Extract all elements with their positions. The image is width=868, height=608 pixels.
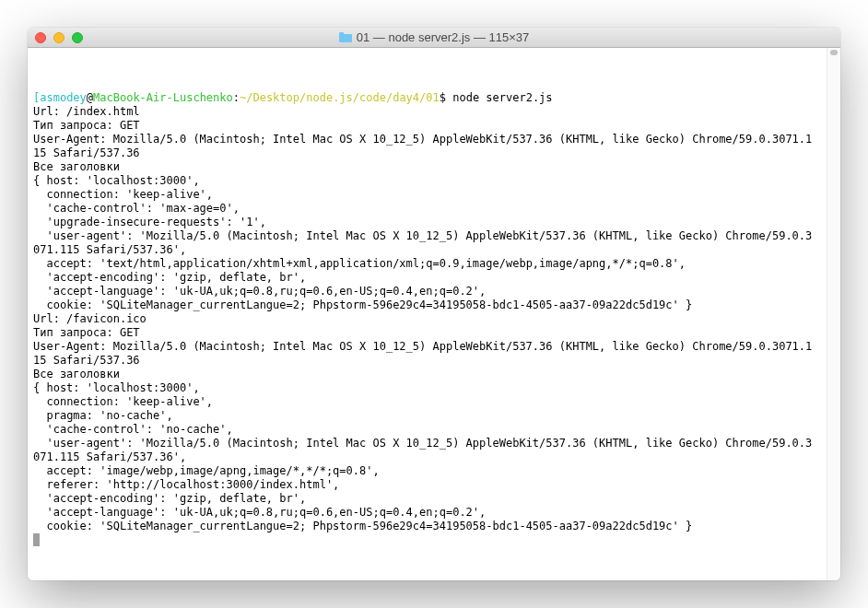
command-text: node server2.js — [452, 91, 552, 104]
output-line: cookie: 'SQLiteManager_currentLangue=2; … — [33, 520, 692, 532]
output-line: Url: /index.html — [33, 105, 140, 118]
terminal-body[interactable]: [asmodey@MacBook-Air-Luschenko:~/Desktop… — [28, 48, 840, 580]
prompt-user: asmodey — [40, 91, 87, 104]
terminal-window: 01 — node server2.js — 115×37 [asmodey@M… — [28, 28, 840, 580]
output-line: { host: 'localhost:3000', — [33, 174, 200, 187]
output-line: cookie: 'SQLiteManager_currentLangue=2; … — [33, 298, 692, 311]
output-line: Url: /favicon.ico — [33, 312, 147, 325]
output-line: 'accept-language': 'uk-UA,uk;q=0.8,ru;q=… — [33, 285, 486, 298]
minimize-button[interactable] — [53, 32, 65, 43]
scrollbar-track[interactable] — [827, 48, 840, 580]
output-line: pragma: 'no-cache', — [33, 409, 173, 422]
scrollbar-thumb[interactable] — [830, 50, 838, 55]
window-title: 01 — node server2.js — 115×37 — [28, 30, 840, 44]
output-line: 'user-agent': 'Mozilla/5.0 (Macintosh; I… — [33, 437, 812, 463]
output-line: 'accept-encoding': 'gzip, deflate, br', — [33, 492, 306, 505]
output-line: { host: 'localhost:3000', — [33, 381, 200, 394]
window-title-text: 01 — node server2.js — 115×37 — [357, 30, 530, 44]
terminal-content: [asmodey@MacBook-Air-Luschenko:~/Desktop… — [33, 91, 835, 547]
output-line: Все заголовки — [33, 160, 120, 173]
output-line: 'user-agent': 'Mozilla/5.0 (Macintosh; I… — [33, 229, 812, 256]
prompt-at: @ — [87, 91, 93, 104]
output-line: connection: 'keep-alive', — [33, 395, 213, 408]
cursor — [33, 533, 40, 546]
output-line: referer: 'http://localhost:3000/index.ht… — [33, 478, 339, 491]
prompt-host: MacBook-Air-Luschenko — [93, 91, 233, 104]
prompt-colon: : — [233, 91, 240, 104]
output-line: connection: 'keep-alive', — [33, 188, 213, 201]
output-line: Тип запроса: GET — [33, 326, 140, 339]
output-line: 'upgrade-insecure-requests': '1', — [33, 216, 266, 228]
output-line: Тип запроса: GET — [33, 119, 140, 132]
output-line: User-Agent: Mozilla/5.0 (Macintosh; Inte… — [33, 133, 812, 159]
close-button[interactable] — [35, 32, 46, 43]
prompt-path: ~/Desktop/node.js/code/day4/01 — [240, 91, 440, 104]
output-line: accept: 'image/webp,image/apng,image/*,*… — [33, 464, 380, 477]
output-line: accept: 'text/html,application/xhtml+xml… — [33, 257, 686, 270]
titlebar[interactable]: 01 — node server2.js — 115×37 — [28, 28, 840, 48]
output-line: 'cache-control': 'max-age=0', — [33, 202, 240, 215]
traffic-lights — [35, 32, 83, 43]
output-line: 'cache-control': 'no-cache', — [33, 423, 233, 436]
output-line: User-Agent: Mozilla/5.0 (Macintosh; Inte… — [33, 340, 812, 367]
output-line: 'accept-language': 'uk-UA,uk;q=0.8,ru;q=… — [33, 506, 486, 519]
maximize-button[interactable] — [72, 32, 83, 43]
output-line: Все заголовки — [33, 368, 120, 380]
output-line: 'accept-encoding': 'gzip, deflate, br', — [33, 271, 306, 284]
folder-icon — [339, 32, 352, 42]
prompt-dollar: $ — [440, 91, 452, 104]
